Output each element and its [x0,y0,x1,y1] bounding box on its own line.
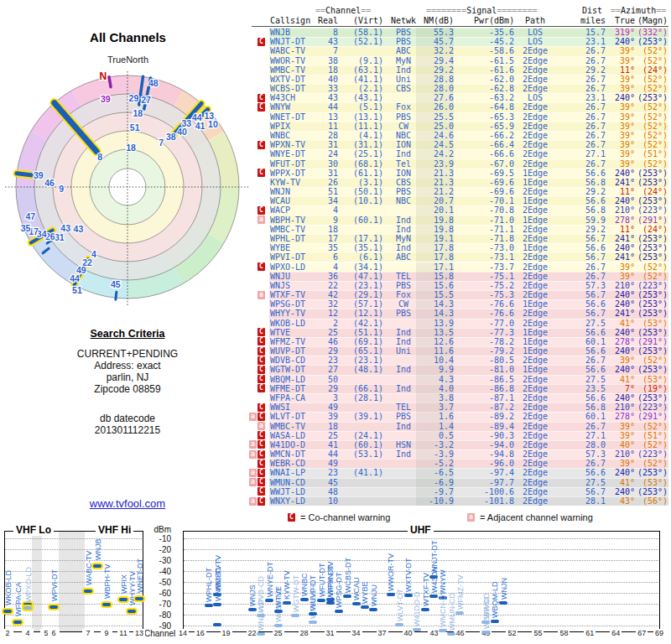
warning-icons: C [248,206,265,215]
co-channel-warning-icon: C [257,94,265,102]
callsign-label: WNJS [248,584,257,606]
cell-azimuth-magn: (253°) [637,299,668,309]
co-channel-warning-icon: C [257,337,265,345]
radar-title: All Channels [25,30,231,44]
co-channel-warning-icon: C [257,487,265,496]
warning-icons: aC [248,478,265,486]
uhf-label: UHF [408,525,434,536]
cell-pwr: -100.6 [478,487,514,496]
cell-virt: (68.1) [339,159,383,169]
cell-real: 41 [309,440,338,449]
axis-tick: 28 [299,629,310,637]
signal-bar [335,610,343,613]
signal-bar [257,632,265,636]
table-row: WFME-DT29(66.1)Ind4.0-86.82Edge23.57°(19… [269,384,668,393]
co-channel-warning-icon: C [257,403,265,412]
cell-pwr: -76.6 [478,309,514,318]
adjacent-warning-icon: a [257,422,265,430]
cell-virt: (51.1) [339,328,383,337]
cell-pwr: -97.4 [478,468,514,477]
cell-real: 32 [309,299,338,309]
cell-real: 18 [309,225,338,234]
co-channel-warning-icon: C [257,450,265,459]
cell-azimuth-magn: (253°) [637,93,668,102]
cell-pwr: -71.8 [478,234,514,243]
cell-azimuth-true: 210° [608,281,635,290]
tvfool-link[interactable]: www.tvfool.com [90,497,165,510]
table-row: WFMZ-TV46(69.1)Ind12.6-78.21Edge60.1278°… [269,337,668,346]
cell-azimuth-magn: (253°) [637,234,668,243]
cell-virt: (3.1) [339,178,383,187]
table-row: WPHL-DT17(17.1)MyN19.1-71.82Edge56.7241°… [269,234,668,243]
cell-path: 2Edge [518,496,553,506]
cell-azimuth-magn: (253°) [637,365,668,374]
cell-virt [339,422,383,431]
cell-virt: (2.1) [339,84,383,93]
axis-tick: 7 [82,629,94,637]
signal-bar [455,611,464,615]
radar-channel-label: 29 [129,93,139,103]
axis-tick: 52 [506,629,518,637]
cell-virt [339,487,383,496]
signal-bar [369,608,377,611]
cell-nm: 26.0 [418,102,454,112]
callsign-label: WNJU [370,584,378,606]
table-row: WXTV-DT40(41.1)Uni28.8-62.02Edge26.739°(… [269,75,668,84]
cell-path: 2Edge [518,319,553,328]
cell-real: 30 [309,159,338,169]
cell-azimuth-true: 39° [608,356,635,365]
warning-icons: C [248,328,265,336]
eq-mark: ======== [426,6,466,15]
radar-channel-label: 38 [166,132,176,142]
callsign-label: WGTW-DT [292,575,300,612]
co-channel-warning-icon: C [257,141,265,149]
cell-virt [339,478,383,487]
warning-icons: C [248,403,265,412]
co-channel-legend-text: = Co-channel warning [300,512,390,522]
cell-azimuth-magn: (52°) [637,422,668,431]
radar-signal-bar [116,292,117,299]
cell-azimuth-magn: (51°) [637,431,668,440]
cell-path: 2Edge [518,234,553,243]
cell-real: 23 [309,468,338,477]
cell-nm: -6.9 [418,478,454,487]
cell-pwr: -45.2 [478,37,514,46]
co-channel-warning-icon: C [257,169,265,177]
signal-bar [248,608,257,611]
cell-pwr: -86.5 [478,375,514,384]
signal-bar [101,601,112,608]
axis-tick: 4 [22,629,34,637]
cell-real: 23 [309,356,338,365]
warning-icons: C [248,103,265,112]
cell-pwr: -65.3 [478,112,514,122]
cell-dist: 26.7 [575,131,606,140]
cell-pwr: -66.4 [478,140,514,149]
table-row: WUVP-DT29(65.1)Uni11.6-79.21Edge56.6240°… [269,346,668,356]
radar-channel-label: 9 [59,184,64,194]
axis-tick: 31 [325,629,336,637]
cell-azimuth-true: 210° [608,402,635,412]
cell-dist: 60.1 [575,412,606,421]
cell-netwk: Ind [391,149,416,158]
cell-azimuth-magn: (253°) [637,487,668,496]
cell-azimuth-true: 7° [608,384,635,393]
cell-netwk: PBS [391,112,416,122]
warning-icons: a [248,422,265,430]
cell-path: 2Edge [518,46,553,55]
cell-azimuth-true: 39° [608,262,635,272]
cell-real: 36 [309,272,338,281]
cell-real: 18 [309,65,338,75]
cell-real: 3 [309,393,338,402]
callsign-label: WPIX [120,574,128,594]
radar-channel-label: 40 [177,127,187,137]
axis-tick: 19 [221,629,232,637]
cell-virt [339,496,383,506]
cell-real: 49 [309,459,338,468]
cell-dist: 56.7 [575,487,606,496]
cell-dist: 56.8 [575,178,606,187]
cell-real: 43 [309,37,338,46]
col-header-virt: (Virt) [353,16,383,25]
callsign-label: WPVI-DT [50,569,59,601]
signal-bar [447,632,455,636]
signal-bar [48,604,60,610]
